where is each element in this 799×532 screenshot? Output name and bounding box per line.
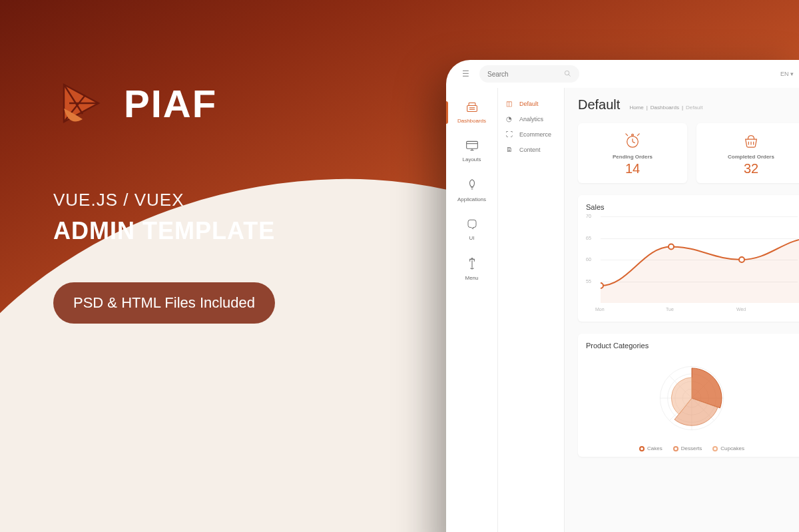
sidebar-item-ui[interactable]: UI: [446, 210, 497, 249]
ui-icon: [466, 218, 478, 232]
submenu-label: Default: [519, 101, 539, 107]
content-icon: 🗎: [506, 146, 514, 153]
submenu-label: Analytics: [519, 116, 543, 123]
categories-panel: Product Categories: [578, 334, 799, 457]
stat-value: 14: [625, 161, 640, 176]
stat-card-completed[interactable]: Completed Orders 32: [696, 123, 799, 183]
stat-label: Pending Orders: [613, 154, 653, 160]
breadcrumb-item[interactable]: Dashboards: [651, 105, 679, 111]
sidebar-item-menu[interactable]: Menu: [446, 249, 497, 289]
x-tick: Wed: [736, 307, 746, 318]
search-icon[interactable]: [564, 70, 571, 79]
svg-line-4: [569, 74, 571, 76]
tagline-main: ADMIN TEMPLATE: [53, 217, 275, 245]
x-tick: Tue: [666, 307, 674, 318]
layouts-icon: [465, 140, 479, 154]
ecommerce-icon: ⛶: [506, 131, 514, 138]
breadcrumb-item[interactable]: Home: [629, 105, 643, 111]
sub-sidebar: ◫ Default ◔ Analytics ⛶ Ecommerce 🗎 Cont…: [498, 88, 565, 532]
piaf-logo-icon: [53, 77, 107, 130]
svg-line-19: [633, 142, 635, 143]
analytics-icon: ◔: [506, 115, 514, 123]
dashboard-icon: [465, 101, 479, 115]
menu-icon: [467, 257, 477, 272]
sidebar-item-layouts[interactable]: Layouts: [446, 132, 497, 170]
app-window: ☰ EN ▾ Dashboards: [446, 60, 799, 532]
legend-item[interactable]: Cupcakes: [712, 445, 744, 451]
sidebar-label: Layouts: [462, 156, 481, 162]
y-tick: 60: [586, 257, 591, 262]
sales-line: [601, 216, 799, 303]
breadcrumb: Home|Dashboards|Default: [629, 105, 702, 111]
svg-rect-5: [467, 106, 477, 112]
included-pill: PSD & HTML Files Included: [53, 282, 275, 324]
basket-icon: [742, 133, 760, 150]
submenu-item-content[interactable]: 🗎 Content: [498, 142, 564, 157]
svg-rect-6: [469, 103, 475, 105]
submenu-item-default[interactable]: ◫ Default: [498, 96, 564, 111]
stat-card-pending[interactable]: Pending Orders 14: [578, 123, 687, 183]
polar-chart: [642, 355, 742, 441]
svg-point-3: [565, 71, 569, 75]
submenu-item-ecommerce[interactable]: ⛶ Ecommerce: [498, 127, 564, 142]
panel-title: Product Categories: [586, 342, 798, 350]
sidebar-label: Applications: [457, 196, 486, 202]
svg-point-24: [601, 283, 603, 288]
y-tick: 70: [586, 214, 591, 218]
chart-legend: Cakes Desserts Cupcakes: [639, 445, 744, 451]
brand-name: PIAF: [124, 81, 217, 126]
sales-chart: 55606570MonTueWedThu: [586, 216, 798, 316]
stat-label: Completed Orders: [728, 154, 774, 160]
sidebar-item-dashboards[interactable]: Dashboards: [446, 93, 497, 132]
search-field[interactable]: [479, 65, 579, 83]
y-tick: 55: [586, 279, 591, 284]
stat-value: 32: [744, 161, 758, 176]
language-selector[interactable]: EN ▾: [780, 71, 794, 77]
sidebar-label: Menu: [465, 275, 478, 281]
legend-item[interactable]: Cakes: [639, 445, 663, 451]
panel-title: Sales: [586, 203, 798, 211]
sidebar-label: UI: [469, 235, 475, 241]
svg-rect-9: [466, 141, 477, 148]
main-sidebar: Dashboards Layouts Applications: [446, 88, 498, 532]
submenu-label: Content: [519, 146, 541, 153]
breadcrumb-item: Default: [686, 105, 702, 111]
svg-point-20: [632, 134, 634, 136]
clock-icon: [624, 133, 641, 150]
x-tick: Mon: [595, 307, 605, 318]
applications-icon: [467, 178, 477, 194]
page-title: Default: [578, 97, 620, 113]
sidebar-item-applications[interactable]: Applications: [446, 170, 497, 210]
chevron-down-icon: ▾: [790, 71, 794, 77]
submenu-label: Ecommerce: [519, 131, 551, 138]
svg-point-26: [739, 257, 744, 262]
svg-point-16: [471, 258, 473, 260]
main-content: Default Home|Dashboards|Default Pending …: [565, 88, 799, 532]
sales-panel: Sales 55606570MonTueWedThu: [578, 195, 799, 322]
submenu-item-analytics[interactable]: ◔ Analytics: [498, 111, 564, 127]
tagline-tech: VUE.JS / VUEX: [53, 190, 275, 210]
menu-toggle-icon[interactable]: ☰: [462, 69, 470, 79]
svg-point-25: [668, 244, 674, 250]
y-tick: 65: [586, 236, 591, 240]
legend-item[interactable]: Desserts: [673, 445, 702, 451]
default-icon: ◫: [506, 100, 514, 107]
search-input[interactable]: [487, 71, 564, 78]
sidebar-label: Dashboards: [457, 118, 486, 124]
